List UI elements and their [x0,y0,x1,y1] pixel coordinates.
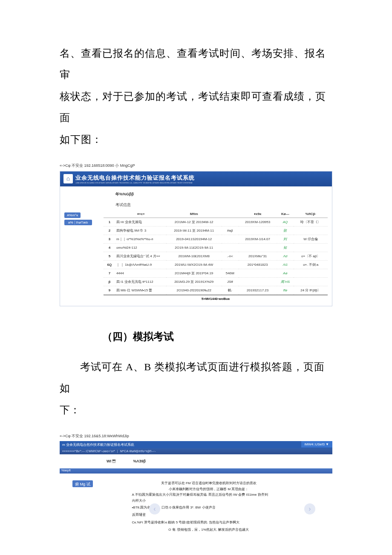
app2-titlebar: m 业余无线电台然作技术能力验证报名考试系统 [60,441,332,448]
table-row[interactable]: 4omo%i24·1122O19-\M-11£2O19-\M-11知 [104,243,328,252]
cell-date: 2O1940-2f220190‰22 [166,286,221,294]
cell-name: m｜｜·α*%1t%e%*%u-п [115,235,167,243]
cell-date: 2019-0411S20194M-12 [166,235,221,243]
cell-name: omo%i24·112 [115,243,167,252]
cell-f4: #aβ [222,226,239,235]
app2-userbox[interactable]: lMW4::USef3 ▼ [301,441,332,447]
cell-name: 四 Hi 业余无展电 [115,218,167,226]
cell-idx: 7 [104,269,115,277]
cell-date: 2O19-\M-11£2O19-\M-11 [166,243,221,252]
opt-c[interactable]: Cκ.%Fi 泄号是排收剩 e 颇纳 5 号级!故初现得男的. 当然信与总声事啊… [119,519,298,526]
app1-topmenu: 年%%Gββ [64,190,328,202]
app2-left-button[interactable]: 俯 Mg 试 [72,480,93,487]
section-4-heading: （四）模拟考试 [102,330,332,343]
side-tag-2a[interactable]: a% [67,221,75,224]
table-row[interactable]: 744442O1M44j9 至 2019*04.19546MAø [104,269,328,277]
intro-para: 名、查看已报名的信息、查看考试时间、考场安排、报名审 核状态，对于已参加的考试，… [60,43,332,150]
cell-date: 201M3-29 至 20191X%29 [166,277,221,286]
cell-idx: β [104,277,115,286]
cell-idx: 6Q [104,260,115,269]
exam-system-screenshot-1: ⌂ 业余无线电台操作技术能力验证报名考试系统 AMATEUR RADIO STA… [60,171,332,306]
th-date: Mfim [166,210,221,218]
question-block: 关于是否可以在 FM 话音通信时单凭接收机听到对方语音的喜欢 小来准确判断对方信… [98,480,320,534]
pager: 5>M#1440·woBu± [104,295,328,302]
table-row[interactable]: 1四 Hi 业余无展电2O1M4-12 至 20194M-122019XM-12… [104,218,328,226]
cell-result [294,269,328,277]
mock-exam-screenshot: m 业余无线电台然作技术能力验证报名考试系统 lMW4::USef3 ▼ «««… [60,441,332,540]
intro-line3: 如下图： [60,134,102,145]
cell-date: 2O1M44j9 至 2019*04.19 [166,269,221,277]
app1-header: ⌂ 业余无线电台操作技术能力验证报名考试系统 AMATEUR RADIO STA… [60,171,332,186]
cell-status: 闻 HS [277,277,294,286]
cell-code [239,277,277,286]
th-f4 [222,210,239,218]
cell-code [239,243,277,252]
cell-f4 [222,260,239,269]
q-line3b: 向样大小 [119,498,298,504]
q-line3: A 不怕因为霍策低出大小只取决于对兼得耳核滨備. 而且正后信号的 IW 会费 I… [119,492,298,498]
cell-date: 201WM-10£201XM8 [166,252,221,260]
cell-status: ffø [277,286,294,294]
table-row[interactable]: 6Q｜ ｜ 1k@ΛΛmft%aU-9201WU-\WX2O19-\M-4W20… [104,260,328,269]
app2-menu-b[interactable]: %Λ39β [133,459,159,463]
side-tag-2[interactable]: a% IhøTæb [64,220,92,225]
cell-code [239,269,277,277]
cell-f4 [222,235,239,243]
cell-code: 201932117.23 [239,286,277,294]
cell-f4: 帆· [222,286,239,294]
cell-result [294,243,328,252]
cell-result [294,226,328,235]
table-row[interactable]: 5四川业余无罐电台" 试 4 月»«201WM-10£201XM8.-n<201… [104,252,328,260]
cell-f4: JStf [222,277,239,286]
para2b: 下： [60,399,332,421]
cell-result: 24 分 fFβfβ〉 [294,286,328,294]
app2-bar: %iæpft [60,468,332,474]
cell-status: 知 [277,243,294,252]
app1-subtitle: AMATEUR RADIO STATION OPERATION TECHNICA… [75,182,195,184]
cell-status: 到 [277,235,294,243]
cell-result [294,277,328,286]
table-row[interactable]: 3m｜｜·α*%1t%e%*%u-п2019-0411S20194M-12201… [104,235,328,243]
table-row[interactable]: β四 I1 业余无浅电 tt*1112201M3-29 至 20191X%29J… [104,277,328,286]
th-idx [104,210,115,218]
th-name: ♦«c» [115,210,167,218]
intro-line2: 核状态，对于已参加的考试，考试结束即可查看成绩，页面 [60,91,326,123]
cell-f4: 546M [222,269,239,277]
app2-bar-left: %iæpft [61,469,71,472]
cell-name: ｜ ｜ 1k@ΛΛmft%aU-9 [115,260,167,269]
cell-idx: 4 [104,243,115,252]
url-bar-2: «->Cφ 不安全 192.16&5.18:WκWhWdJip [60,433,332,439]
cell-name: 四 I1 业余无浅电 tt*1112 [115,277,167,286]
app1-logo-icon: ⌂ [63,174,73,183]
cell-f4 [222,218,239,226]
cell-status: 敚 [277,226,294,235]
prev-question-icon[interactable]: ‹ [149,503,160,514]
cell-status: Λi1 [277,260,294,269]
table-row[interactable]: 9四 Mib 仕 WSWM•15 普2O1940-2f220190‰22帆·20… [104,286,328,294]
app2-menu-a[interactable]: WI 苎 [107,459,132,464]
cell-date: 201WU-\WX2O19-\M-4W [166,260,221,269]
side-tag-1[interactable]: A%m°κ [64,212,81,218]
exam-table: ♦«c» Mfim ♦x9κ Kø— %flCβ· 1四 Hi 业余无展电2O1… [104,210,328,295]
side-tag-2b[interactable]: IhøTæb [75,221,89,224]
cell-code [239,226,277,235]
app2-tabs: «««««««*Bv*:---:CWMfCM^-owc<'or* ｜ M*CA·… [60,448,332,454]
cell-status: AQ [277,218,294,226]
cell-name: 四 Mib 仕 WSWM•15 普 [115,286,167,294]
cell-idx: 1 [104,218,115,226]
cell-code: 2019XM-1l14.07 [239,235,277,243]
cell-idx: 5 [104,252,115,260]
cell-code: 2019XM-120953 [239,218,277,226]
para2a: 考试可在 A、B 类模拟考试页面进行模拟答题，页面如 [60,361,325,394]
table-header-row: ♦«c» Mfim ♦x9κ Kø— %flCβ· [104,210,328,218]
opt-d[interactable]: O 丧. 悦销包强，屋，1%然起大. 解发后的声音也越大 [119,526,298,534]
app1-section-title: 考试信息 [64,202,328,210]
next-question-icon[interactable]: › [304,503,315,514]
table-row[interactable]: 2四狗争秘电 9M 巾 32019-\M-11 至 20194M-11#aβ敚 [104,226,328,235]
cell-idx: 2 [104,226,115,235]
para-mock-exam: 考试可在 A、B 类模拟考试页面进行模拟答题，页面如 [60,356,332,399]
cell-result: o». 不倒 a [294,260,328,269]
cell-name: 4444 [115,269,167,277]
opt-b[interactable]: •BTtt.因为名 effiS，口劲 0 侏座也作用 3*. BW 小使声音 [119,504,298,511]
intro-line1: 名、查看已报名的信息、查看考试时间、考场安排、报名审 [60,48,326,80]
